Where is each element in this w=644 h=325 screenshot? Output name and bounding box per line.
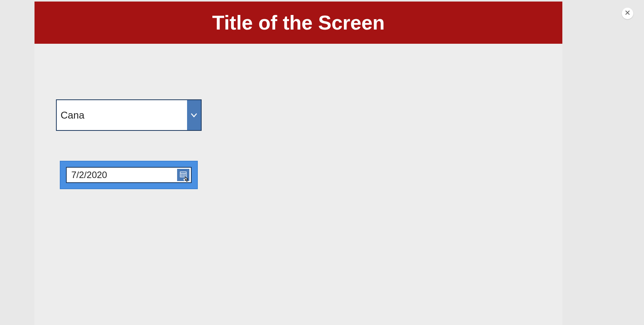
- calendar-icon: [180, 171, 187, 179]
- combo-box[interactable]: Cana: [56, 99, 202, 131]
- date-picker-inner[interactable]: 7/2/2020: [66, 167, 192, 183]
- page-title: Title of the Screen: [212, 11, 385, 34]
- date-picker[interactable]: 7/2/2020: [60, 161, 198, 189]
- close-button[interactable]: [622, 8, 633, 19]
- page-container: Title of the Screen Cana 7/2/2020: [34, 2, 562, 325]
- close-icon: [625, 10, 630, 17]
- date-picker-button[interactable]: [177, 169, 189, 181]
- date-value[interactable]: 7/2/2020: [67, 170, 191, 180]
- title-bar: Title of the Screen: [34, 2, 562, 44]
- chevron-down-icon: [190, 111, 198, 119]
- combo-input[interactable]: Cana: [57, 100, 187, 130]
- combo-dropdown-button[interactable]: [187, 100, 201, 130]
